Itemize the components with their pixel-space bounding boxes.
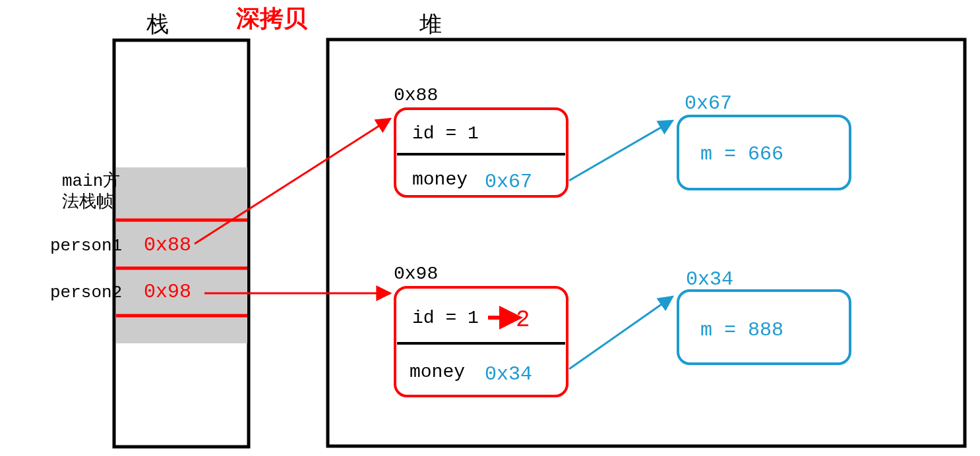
obj2-money-addr: 0x34: [485, 363, 532, 385]
arrow-obj2-money2: [569, 297, 673, 369]
stack-frame-label-1: main方: [62, 171, 120, 191]
stack-frame-label-2: 法栈帧: [62, 192, 113, 212]
money2-value: m = 888: [700, 319, 783, 341]
obj2-addr: 0x98: [394, 264, 438, 284]
obj2-id: id = 1: [412, 308, 479, 328]
money1-addr: 0x67: [685, 92, 732, 115]
obj2-money-label: money: [410, 362, 465, 382]
arrow-obj1-money1: [569, 121, 673, 181]
obj2-id-change-to: 2: [516, 306, 530, 333]
person1-label: person1: [50, 236, 122, 256]
diagram-svg: 深拷贝 栈 堆 main方 法栈帧 person1 0x88 person2 0…: [0, 0, 980, 456]
money2-addr: 0x34: [686, 268, 733, 291]
obj1-id: id = 1: [412, 123, 479, 144]
person1-addr: 0x88: [144, 234, 191, 256]
obj1-money-addr: 0x67: [485, 171, 532, 193]
money1-value: m = 666: [700, 143, 783, 165]
person2-label: person2: [50, 283, 122, 302]
diagram-title: 深拷贝: [235, 7, 308, 34]
heap-label: 堆: [419, 13, 442, 38]
person2-addr: 0x98: [144, 281, 191, 303]
stack-label: 栈: [146, 13, 169, 38]
obj1-money-label: money: [412, 169, 468, 190]
obj1-addr: 0x88: [394, 85, 438, 105]
